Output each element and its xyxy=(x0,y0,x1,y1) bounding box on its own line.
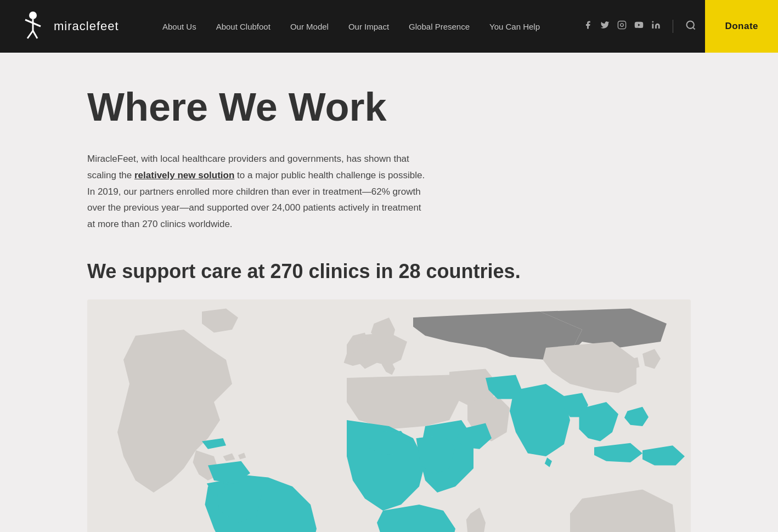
navigation: miraclefeet About Us About Clubfoot Our … xyxy=(0,0,778,53)
donate-button[interactable]: Donate xyxy=(705,0,778,53)
map-svg xyxy=(87,299,691,532)
youtube-icon[interactable] xyxy=(634,20,644,32)
logo-text: miraclefeet xyxy=(54,19,119,33)
facebook-icon[interactable] xyxy=(583,20,593,32)
intro-paragraph: MiracleFeet, with local healthcare provi… xyxy=(87,151,427,233)
social-icons xyxy=(583,20,661,32)
clinics-heading: We support care at 270 clinics in 28 cou… xyxy=(87,260,581,283)
relatively-new-solution-link[interactable]: relatively new solution xyxy=(134,170,234,180)
svg-point-0 xyxy=(29,12,37,19)
linkedin-icon[interactable] xyxy=(651,20,661,32)
page-title: Where We Work xyxy=(87,86,691,129)
twitter-icon[interactable] xyxy=(600,20,610,32)
nav-you-can-help[interactable]: You Can Help xyxy=(480,18,550,36)
svg-rect-6 xyxy=(618,21,626,29)
logo-icon xyxy=(16,10,49,43)
nav-divider xyxy=(673,20,673,33)
nav-right: Donate xyxy=(583,0,762,53)
search-icon[interactable] xyxy=(685,20,696,33)
svg-line-3 xyxy=(33,23,41,26)
nav-our-impact[interactable]: Our Impact xyxy=(339,18,399,36)
svg-point-11 xyxy=(687,21,694,28)
instagram-icon[interactable] xyxy=(617,20,627,32)
world-map-container: NATIONAL PROGRAMS OTHER SUPPORT xyxy=(87,299,691,532)
logo-link[interactable]: miraclefeet xyxy=(16,10,119,43)
nav-our-model[interactable]: Our Model xyxy=(280,18,339,36)
nav-global-presence[interactable]: Global Presence xyxy=(399,18,480,36)
svg-line-4 xyxy=(27,31,33,38)
page-content: Where We Work MiracleFeet, with local he… xyxy=(65,53,713,532)
svg-line-12 xyxy=(693,27,695,29)
nav-about-us[interactable]: About Us xyxy=(153,18,206,36)
svg-rect-9 xyxy=(652,24,654,29)
svg-line-2 xyxy=(25,20,33,23)
svg-point-10 xyxy=(652,21,654,22)
svg-line-5 xyxy=(33,31,37,38)
nav-about-clubfoot[interactable]: About Clubfoot xyxy=(206,18,280,36)
nav-links: About Us About Clubfoot Our Model Our Im… xyxy=(153,18,550,36)
world-map xyxy=(87,299,691,532)
